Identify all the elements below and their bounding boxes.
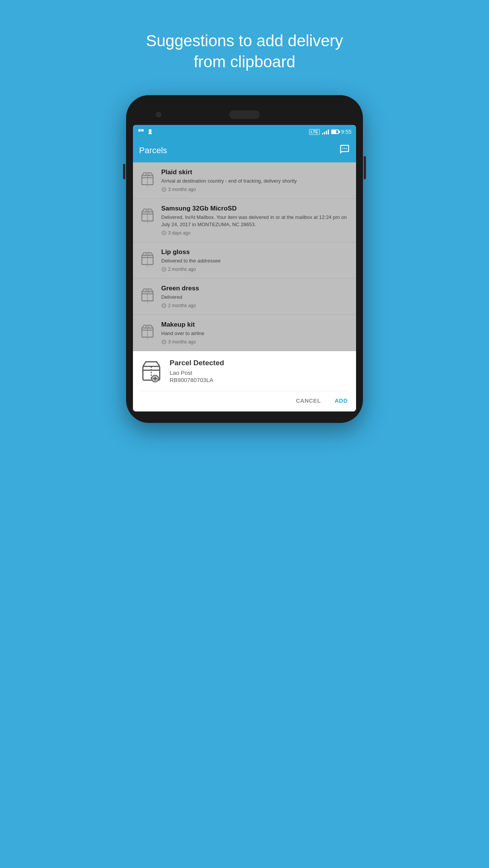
svg-rect-0 <box>138 129 141 131</box>
page-header: Suggestions to add deliveryfrom clipboar… <box>115 0 374 95</box>
parcel-time: 3 months ago <box>161 187 350 192</box>
parcel-info: Lip gloss Delivered to the addressee 2 m… <box>161 248 350 272</box>
svg-rect-5 <box>346 148 347 149</box>
list-item[interactable]: Makeup kit Hand over to airline 3 months… <box>133 315 356 351</box>
phone-screen: LTE 9:55 Parcels <box>133 125 356 411</box>
dialog-content: Parcel Detected Lao Post RB900780703LA <box>139 359 350 389</box>
list-item[interactable]: Plaid skirt Arrival at destination count… <box>133 162 356 199</box>
phone-side-button-right <box>364 156 366 179</box>
app-bar-title: Parcels <box>139 146 167 155</box>
signal-bar-1 <box>322 133 323 134</box>
clock-icon <box>161 267 167 272</box>
parcel-icon-wrap <box>139 250 156 268</box>
package-icon <box>139 322 156 339</box>
status-bar-left <box>138 128 154 135</box>
battery-icon <box>331 130 339 134</box>
parcel-info: Green dress Delivered 2 months ago <box>161 285 350 308</box>
chat-icon[interactable] <box>339 144 350 157</box>
dialog-title: Parcel Detected <box>170 359 350 367</box>
parcel-status: Arrival at destination country - end of … <box>161 178 350 185</box>
package-icon <box>139 206 156 223</box>
signal-bar-4 <box>328 130 329 134</box>
page-title: Suggestions to add deliveryfrom clipboar… <box>115 31 374 72</box>
package-icon <box>139 250 156 267</box>
parcel-time: 2 months ago <box>161 303 350 308</box>
parcel-name: Plaid skirt <box>161 168 350 176</box>
parcel-name: Makeup kit <box>161 321 350 329</box>
parcel-status: Delivered, In/At Mailbox. Your item was … <box>161 214 350 228</box>
parcel-icon-wrap <box>139 206 156 225</box>
status-bar-right: LTE 9:55 <box>309 129 351 135</box>
dialog-carrier: Lao Post <box>170 369 350 376</box>
lte-badge: LTE <box>309 129 320 135</box>
clock-icon <box>161 230 167 236</box>
dialog-package-icon <box>139 359 164 383</box>
parcel-name: Green dress <box>161 285 350 292</box>
signal-bar-3 <box>326 131 327 134</box>
svg-rect-4 <box>344 148 345 149</box>
parcel-name: Samsung 32Gb MicroSD <box>161 205 350 212</box>
dialog-actions: CANCEL ADD <box>139 391 350 411</box>
clock-icon <box>161 187 167 192</box>
parcel-name: Lip gloss <box>161 248 350 256</box>
clock-icon <box>161 303 167 308</box>
package-icon <box>139 286 156 303</box>
parcel-list: Plaid skirt Arrival at destination count… <box>133 162 356 351</box>
svg-rect-1 <box>141 129 144 131</box>
parcel-detected-dialog: Parcel Detected Lao Post RB900780703LA C… <box>133 351 356 411</box>
phone-speaker <box>229 110 260 119</box>
parcel-info: Samsung 32Gb MicroSD Delivered, In/At Ma… <box>161 205 350 235</box>
list-item[interactable]: Green dress Delivered 2 months ago <box>133 279 356 315</box>
battery-fill <box>332 130 336 133</box>
parcel-status: Delivered <box>161 294 350 301</box>
phone-side-button-left <box>123 164 125 179</box>
phone-camera <box>156 112 161 117</box>
parcel-time: 3 months ago <box>161 339 350 345</box>
clock-time: 9:55 <box>341 129 351 135</box>
parcel-status: Delivered to the addressee <box>161 257 350 264</box>
add-button[interactable]: ADD <box>332 394 350 407</box>
svg-rect-3 <box>342 148 343 149</box>
svg-point-2 <box>149 129 152 132</box>
parcel-info: Plaid skirt Arrival at destination count… <box>161 168 350 192</box>
dialog-tracking: RB900780703LA <box>170 377 350 383</box>
parcel-info: Makeup kit Hand over to airline 3 months… <box>161 321 350 345</box>
parcel-time: 2 months ago <box>161 267 350 272</box>
signal-bars <box>322 129 329 134</box>
phone-top-bar <box>133 107 356 125</box>
status-bar: LTE 9:55 <box>133 125 356 139</box>
phone-shell: LTE 9:55 Parcels <box>126 95 363 423</box>
clock-icon <box>161 339 167 345</box>
parcel-status: Hand over to airline <box>161 330 350 337</box>
dialog-info: Parcel Detected Lao Post RB900780703LA <box>170 359 350 383</box>
list-item[interactable]: Samsung 32Gb MicroSD Delivered, In/At Ma… <box>133 199 356 242</box>
parcel-icon-wrap <box>139 286 156 304</box>
package-icon <box>139 170 156 187</box>
list-item[interactable]: Lip gloss Delivered to the addressee 2 m… <box>133 242 356 279</box>
parcel-time: 3 days ago <box>161 230 350 236</box>
cancel-button[interactable]: CANCEL <box>294 394 324 407</box>
parcel-icon-wrap <box>139 322 156 341</box>
app-bar: Parcels <box>133 139 356 162</box>
parcel-icon-wrap <box>139 170 156 188</box>
app-icon-1 <box>138 128 144 135</box>
app-icon-2 <box>147 128 154 135</box>
signal-bar-2 <box>324 132 325 134</box>
